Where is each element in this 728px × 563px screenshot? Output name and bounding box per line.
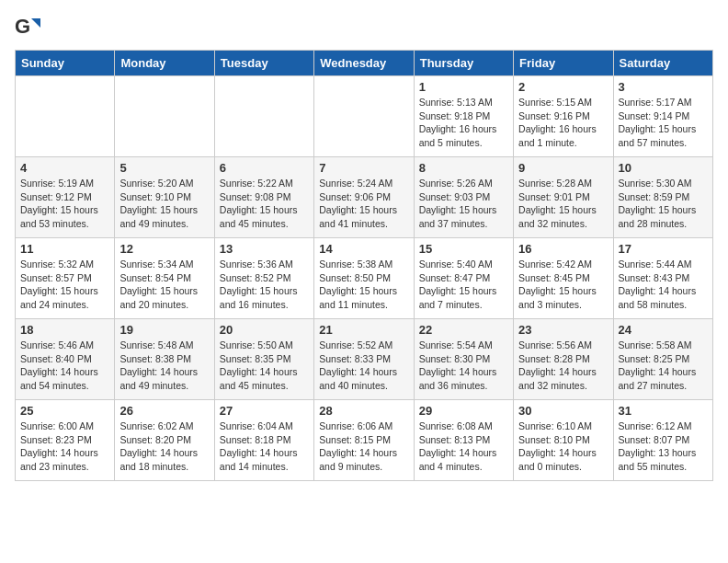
day-info: Sunrise: 5:36 AM Sunset: 8:52 PM Dayligh… [220,258,309,312]
day-number: 1 [419,80,508,94]
svg-marker-1 [31,18,40,28]
day-info: Sunrise: 6:06 AM Sunset: 8:15 PM Dayligh… [319,419,408,474]
day-info: Sunrise: 5:24 AM Sunset: 9:06 PM Dayligh… [319,177,408,231]
day-info: Sunrise: 5:13 AM Sunset: 9:18 PM Dayligh… [419,96,508,150]
svg-text:G: G [15,15,30,38]
calendar-cell: 27Sunrise: 6:04 AM Sunset: 8:18 PM Dayli… [214,400,313,481]
calendar-cell: 30Sunrise: 6:10 AM Sunset: 8:10 PM Dayli… [514,400,613,481]
day-number: 29 [419,404,508,418]
day-info: Sunrise: 5:50 AM Sunset: 8:35 PM Dayligh… [220,339,309,393]
day-info: Sunrise: 5:44 AM Sunset: 8:43 PM Dayligh… [619,258,708,312]
day-info: Sunrise: 5:19 AM Sunset: 9:12 PM Dayligh… [20,177,109,231]
weekday-header-sunday: Sunday [16,51,115,76]
logo: G [15,15,44,40]
day-info: Sunrise: 6:04 AM Sunset: 8:18 PM Dayligh… [220,419,309,474]
day-number: 20 [220,323,309,337]
calendar-cell: 22Sunrise: 5:54 AM Sunset: 8:30 PM Dayli… [414,319,513,400]
weekday-header-thursday: Thursday [414,51,513,76]
day-info: Sunrise: 5:40 AM Sunset: 8:47 PM Dayligh… [419,258,508,312]
calendar-cell: 21Sunrise: 5:52 AM Sunset: 8:33 PM Dayli… [314,319,414,400]
week-row-4: 18Sunrise: 5:46 AM Sunset: 8:40 PM Dayli… [16,319,713,400]
day-number: 2 [518,80,608,94]
calendar-cell: 15Sunrise: 5:40 AM Sunset: 8:47 PM Dayli… [414,238,513,319]
calendar-cell: 24Sunrise: 5:58 AM Sunset: 8:25 PM Dayli… [613,319,712,400]
day-number: 26 [119,404,209,418]
calendar-cell: 14Sunrise: 5:38 AM Sunset: 8:50 PM Dayli… [314,238,414,319]
day-info: Sunrise: 6:10 AM Sunset: 8:10 PM Dayligh… [518,419,608,474]
calendar-cell [214,76,313,157]
week-row-5: 25Sunrise: 6:00 AM Sunset: 8:23 PM Dayli… [16,400,713,481]
calendar-cell: 12Sunrise: 5:34 AM Sunset: 8:54 PM Dayli… [115,238,214,319]
calendar-table: SundayMondayTuesdayWednesdayThursdayFrid… [15,50,713,481]
calendar-cell: 13Sunrise: 5:36 AM Sunset: 8:52 PM Dayli… [214,238,313,319]
calendar-cell: 5Sunrise: 5:20 AM Sunset: 9:10 PM Daylig… [115,157,214,238]
calendar-cell: 31Sunrise: 6:12 AM Sunset: 8:07 PM Dayli… [613,400,712,481]
calendar-cell: 20Sunrise: 5:50 AM Sunset: 8:35 PM Dayli… [214,319,313,400]
calendar-cell: 1Sunrise: 5:13 AM Sunset: 9:18 PM Daylig… [414,76,513,157]
calendar-cell: 2Sunrise: 5:15 AM Sunset: 9:16 PM Daylig… [514,76,613,157]
day-number: 25 [20,404,109,418]
day-number: 12 [119,242,209,256]
day-info: Sunrise: 5:28 AM Sunset: 9:01 PM Dayligh… [518,177,608,231]
day-number: 22 [419,323,508,337]
day-number: 21 [319,323,408,337]
day-info: Sunrise: 5:52 AM Sunset: 8:33 PM Dayligh… [319,339,408,393]
week-row-3: 11Sunrise: 5:32 AM Sunset: 8:57 PM Dayli… [16,238,713,319]
day-info: Sunrise: 5:54 AM Sunset: 8:30 PM Dayligh… [419,339,508,393]
calendar-cell: 17Sunrise: 5:44 AM Sunset: 8:43 PM Dayli… [613,238,712,319]
day-info: Sunrise: 5:17 AM Sunset: 9:14 PM Dayligh… [619,96,708,150]
day-number: 14 [319,242,408,256]
day-number: 23 [518,323,608,337]
day-number: 11 [20,242,109,256]
day-info: Sunrise: 5:15 AM Sunset: 9:16 PM Dayligh… [518,96,608,150]
day-number: 30 [518,404,608,418]
day-number: 7 [319,161,408,175]
day-number: 4 [20,161,109,175]
day-number: 28 [319,404,408,418]
day-info: Sunrise: 5:46 AM Sunset: 8:40 PM Dayligh… [20,339,109,393]
day-info: Sunrise: 5:48 AM Sunset: 8:38 PM Dayligh… [119,339,209,393]
calendar-cell: 18Sunrise: 5:46 AM Sunset: 8:40 PM Dayli… [16,319,115,400]
logo-icon: G [15,15,40,40]
day-number: 6 [220,161,309,175]
weekday-header-monday: Monday [115,51,214,76]
day-info: Sunrise: 5:26 AM Sunset: 9:03 PM Dayligh… [419,177,508,231]
day-number: 27 [220,404,309,418]
calendar-cell: 28Sunrise: 6:06 AM Sunset: 8:15 PM Dayli… [314,400,414,481]
calendar-cell [314,76,414,157]
day-info: Sunrise: 5:56 AM Sunset: 8:28 PM Dayligh… [518,339,608,393]
day-number: 9 [518,161,608,175]
day-number: 17 [619,242,708,256]
weekday-row: SundayMondayTuesdayWednesdayThursdayFrid… [16,51,713,76]
day-number: 19 [119,323,209,337]
calendar-cell: 3Sunrise: 5:17 AM Sunset: 9:14 PM Daylig… [613,76,712,157]
calendar-cell [16,76,115,157]
header: G [15,15,713,40]
calendar-cell: 25Sunrise: 6:00 AM Sunset: 8:23 PM Dayli… [16,400,115,481]
weekday-header-wednesday: Wednesday [314,51,414,76]
calendar-cell: 10Sunrise: 5:30 AM Sunset: 8:59 PM Dayli… [613,157,712,238]
day-number: 8 [419,161,508,175]
calendar-cell: 6Sunrise: 5:22 AM Sunset: 9:08 PM Daylig… [214,157,313,238]
calendar-cell: 8Sunrise: 5:26 AM Sunset: 9:03 PM Daylig… [414,157,513,238]
day-info: Sunrise: 5:38 AM Sunset: 8:50 PM Dayligh… [319,258,408,312]
day-info: Sunrise: 5:30 AM Sunset: 8:59 PM Dayligh… [619,177,708,231]
day-number: 13 [220,242,309,256]
day-info: Sunrise: 5:22 AM Sunset: 9:08 PM Dayligh… [220,177,309,231]
day-info: Sunrise: 6:02 AM Sunset: 8:20 PM Dayligh… [119,419,209,474]
calendar-cell: 16Sunrise: 5:42 AM Sunset: 8:45 PM Dayli… [514,238,613,319]
day-number: 10 [619,161,708,175]
day-info: Sunrise: 5:58 AM Sunset: 8:25 PM Dayligh… [619,339,708,393]
weekday-header-tuesday: Tuesday [214,51,313,76]
calendar-cell: 9Sunrise: 5:28 AM Sunset: 9:01 PM Daylig… [514,157,613,238]
calendar-cell: 7Sunrise: 5:24 AM Sunset: 9:06 PM Daylig… [314,157,414,238]
week-row-2: 4Sunrise: 5:19 AM Sunset: 9:12 PM Daylig… [16,157,713,238]
day-info: Sunrise: 5:20 AM Sunset: 9:10 PM Dayligh… [119,177,209,231]
day-info: Sunrise: 5:42 AM Sunset: 8:45 PM Dayligh… [518,258,608,312]
calendar-cell [115,76,214,157]
calendar-cell: 29Sunrise: 6:08 AM Sunset: 8:13 PM Dayli… [414,400,513,481]
weekday-header-saturday: Saturday [613,51,712,76]
calendar-header: SundayMondayTuesdayWednesdayThursdayFrid… [16,51,713,76]
weekday-header-friday: Friday [514,51,613,76]
day-number: 16 [518,242,608,256]
